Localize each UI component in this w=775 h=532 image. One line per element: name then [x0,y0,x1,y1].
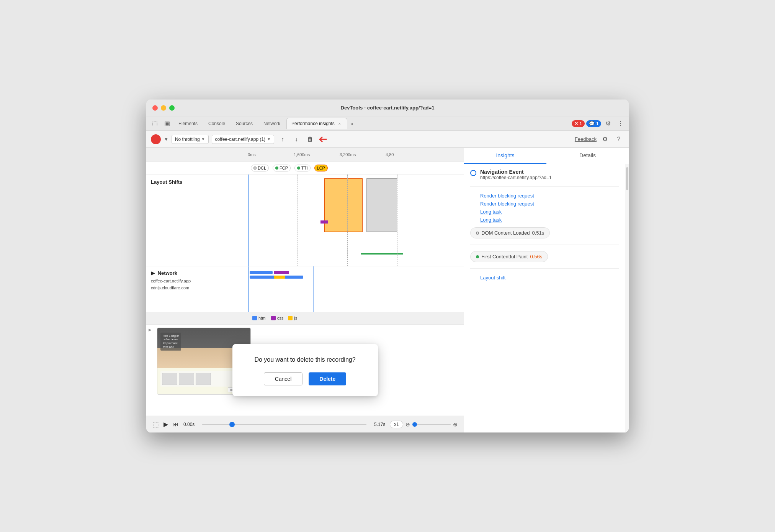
url-dropdown[interactable]: coffee-cart.netlify.app (1) ▼ [212,135,275,144]
maximize-button[interactable] [169,105,175,111]
tab-right-controls: ✕ 1 💬 1 ⚙ ⋮ [572,118,626,129]
layout-shift-link[interactable]: Layout shift [480,275,619,281]
delete-dialog: Do you want to delete this recording? Ca… [232,344,378,396]
zoom-out-icon[interactable]: ⊖ [405,421,410,428]
delete-button[interactable]: Delete [309,372,346,385]
insights-tab-label: Insights [496,152,514,158]
tab-elements[interactable]: Elements [174,118,202,129]
tab-sources-label: Sources [236,121,253,126]
start-time-display: 0.00s [183,422,195,427]
error-count: 1 [580,121,582,126]
tti-dot [297,166,300,170]
purple-bar [320,220,328,224]
long-task-1-link[interactable]: Long task [480,209,619,215]
throttling-dropdown[interactable]: No throttling ▼ [172,135,209,144]
time-scrubber[interactable] [202,424,366,425]
network-collapse-icon[interactable]: ▶ [151,270,155,276]
nav-event-title: Navigation Event [480,169,619,175]
dcl-label: DCL [258,166,266,170]
screenshot-area: ▶ Free 1 bag ofcoffee beansfor purchaseo… [146,325,464,416]
zoom-thumb [412,422,417,427]
timeline-cursor-line [249,175,249,266]
tab-sources[interactable]: Sources [231,118,257,129]
record-button[interactable] [151,134,161,144]
toolbar-right: Feedback ⚙ ? [575,134,624,145]
legend-html: html [252,316,267,320]
tab-insights[interactable]: Insights [464,148,546,164]
render-blocking-1-link[interactable]: Render blocking request [480,193,619,199]
nav-event-item: Navigation Event https://coffee-cart.net… [470,169,619,187]
zoom-in-icon[interactable]: ⊕ [453,421,458,428]
tab-details[interactable]: Details [546,148,629,164]
right-scrollbar[interactable] [625,164,629,432]
tti-badge: TTI [294,165,311,171]
url-label: coffee-cart.netlify.app (1) [215,137,266,142]
lcp-label: LCP [317,166,325,170]
dashed-line-2 [347,175,348,266]
time-mark-4800: 4,80 [386,152,394,157]
settings-icon[interactable]: ⚙ [603,118,613,129]
render-blocking-2-link[interactable]: Render blocking request [480,201,619,207]
fcp-badge-item[interactable]: First Contentful Paint 0.56s [470,251,548,262]
tab-network[interactable]: Network [259,118,285,129]
scrollbar-thumb [626,167,628,190]
message-badge[interactable]: 💬 1 [586,120,601,127]
milestones-content: DCL FCP TTI LCP [248,165,464,171]
download-icon[interactable]: ↓ [291,134,302,145]
dialog-buttons: Cancel Delete [264,372,347,385]
bottom-bar: ⬚ ▶ ⏮ 0.00s 5.17s x1 ⊖ ⊕ [146,416,464,432]
timeline-header: 0ms 1,600ms 3,200ms 4,80 [146,148,464,162]
right-panel: Insights Details Navigation Event https:… [464,148,629,432]
tab-elements-label: Elements [178,121,198,126]
network-label-area: ▶ Network coffee-cart.netlify.app cdnjs.… [146,266,248,312]
tti-label: TTI [301,166,308,170]
time-mark-1600: 1,600ms [294,152,310,157]
no-recording-icon[interactable]: ⬚ [152,420,159,429]
css-legend-label: css [277,316,284,320]
skip-to-start-icon[interactable]: ⏮ [173,421,179,428]
zoom-level-label: x1 [390,421,403,428]
feedback-link[interactable]: Feedback [575,136,597,142]
close-button[interactable] [152,105,158,111]
lcp-block [324,178,363,232]
nav-event-header: Navigation Event https://coffee-cart.net… [470,169,619,180]
toolbar: ▼ No throttling ▼ coffee-cart.netlify.ap… [146,131,629,148]
legend-row: html css js [146,312,464,325]
tab-performance-insights[interactable]: Performance insights × [286,118,347,129]
settings-gear-icon[interactable]: ⚙ [600,134,610,145]
dcl-dot [253,166,257,170]
tab-console[interactable]: Console [204,118,230,129]
upload-icon[interactable]: ↑ [277,134,288,145]
help-icon[interactable]: ? [613,134,624,145]
more-options-icon[interactable]: ⋮ [615,118,626,129]
nav-event-text: Navigation Event https://coffee-cart.net… [480,169,619,180]
fcp-item: First Contentful Paint 0.56s [470,251,619,269]
dashed-line-1 [298,175,298,266]
zoom-slider[interactable] [412,424,451,425]
network-item-1: coffee-cart.netlify.app [146,277,248,284]
tab-close-icon[interactable]: × [337,121,342,126]
js-bar [274,276,285,279]
dock-icon[interactable]: ▣ [162,118,172,129]
cancel-button[interactable]: Cancel [264,372,303,385]
long-task-2-link[interactable]: Long task [480,217,619,223]
lcp-badge[interactable]: LCP [314,165,328,171]
scrubber-thumb [229,422,235,427]
cursor-icon[interactable]: ⬚ [149,118,160,129]
more-tabs-icon[interactable]: » [350,121,353,127]
js-legend-label: js [294,316,297,320]
url-chevron-icon: ▼ [267,137,271,141]
layout-shifts-row: Layout Shifts [146,175,464,266]
dcl-badge-item[interactable]: DOM Content Loaded 0.51s [470,227,550,238]
css-bar [274,271,289,274]
window-controls [152,105,175,111]
play-button[interactable]: ▶ [164,421,168,428]
layout-shifts-timeline [248,175,464,266]
error-badge[interactable]: ✕ 1 [572,120,585,127]
minimize-button[interactable] [161,105,166,111]
throttling-chevron-icon: ▼ [201,137,205,141]
delete-icon[interactable]: 🗑 [305,134,316,145]
dcl-badge: DCL [251,165,269,171]
time-mark-3200: 3,200ms [340,152,356,157]
record-chevron[interactable]: ▼ [164,137,168,142]
